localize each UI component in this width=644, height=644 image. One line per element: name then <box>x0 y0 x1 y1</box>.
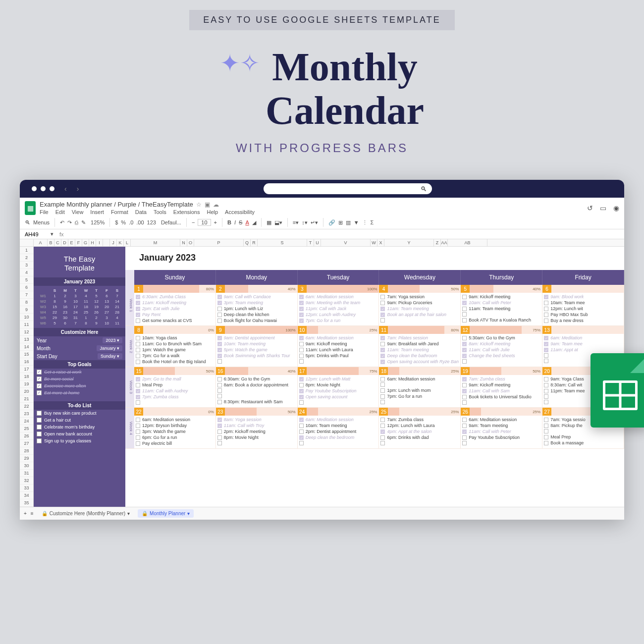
task-item[interactable]: 11am: Call with Peter <box>462 429 540 434</box>
task-checkbox[interactable] <box>380 377 385 381</box>
menu-help[interactable]: Help <box>207 209 218 215</box>
todo-item[interactable]: Get a hair cut <box>34 417 125 424</box>
task-checkbox[interactable] <box>380 429 385 434</box>
task-checkbox[interactable] <box>299 429 304 434</box>
todo-item[interactable]: Celebrate mom's birthday <box>34 424 125 430</box>
day-cell[interactable]: 2625%6am: Meditation session9am: Team me… <box>461 408 542 448</box>
day-cell[interactable]: 1825%6am: Meditation session1pm: Lunch w… <box>379 367 461 407</box>
task-item[interactable]: Book an appt at the hair salon <box>380 312 459 318</box>
task-checkbox[interactable] <box>136 301 140 305</box>
menu-view[interactable]: View <box>72 209 84 215</box>
task-checkbox[interactable] <box>217 307 222 311</box>
task-checkbox[interactable] <box>462 429 467 434</box>
task-checkbox[interactable] <box>136 360 140 364</box>
task-item[interactable]: 11am: Team meeting <box>380 347 459 353</box>
task-checkbox[interactable] <box>462 389 467 393</box>
task-item[interactable]: 6pm: Drinks with dad <box>380 434 459 440</box>
task-checkbox[interactable] <box>380 360 385 364</box>
task-item[interactable]: 9am: Team mee <box>544 341 622 347</box>
task-item[interactable]: 7am: Pilates session <box>380 335 459 341</box>
task-item[interactable]: 9am: Kickoff meeting <box>462 294 540 300</box>
task-item[interactable]: 6am: Meditation session <box>299 335 377 341</box>
task-item[interactable]: 7pm: Go for a run <box>380 393 459 399</box>
task-item[interactable]: 6am: Meditation session <box>462 417 540 423</box>
task-item[interactable]: Deep clean the bedroom <box>299 434 377 440</box>
task-checkbox[interactable] <box>544 418 548 422</box>
task-checkbox[interactable] <box>380 307 385 311</box>
valign-icon[interactable]: ↕▾ <box>302 219 308 226</box>
task-checkbox[interactable] <box>462 395 467 399</box>
comment-icon[interactable]: ▭ <box>600 204 606 212</box>
task-item[interactable]: 3pm: Team meeting <box>217 300 296 306</box>
day-cell[interactable]: 450%7am: Yoga session9am: Pickup Groceri… <box>379 285 461 325</box>
day-cell[interactable]: 1640%6:30am: Go to the Gym8am: Book a do… <box>216 367 298 407</box>
task-checkbox[interactable] <box>380 295 385 299</box>
task-item[interactable]: 8am: Kickoff meeting <box>462 341 540 347</box>
task-checkbox[interactable] <box>299 313 304 317</box>
task-item[interactable]: 8pm: Movie Night <box>217 434 296 440</box>
task-item[interactable]: 10am: Call with Peter <box>462 300 540 306</box>
task-item[interactable]: 11am: Call with Troy <box>217 423 296 429</box>
task-item[interactable]: Open saving account <box>299 394 377 400</box>
day-cell[interactable]: 1275%5:30am: Go to the Gym8am: Kickoff m… <box>461 326 542 367</box>
task-checkbox[interactable] <box>380 418 385 422</box>
task-checkbox[interactable] <box>217 319 222 323</box>
day-cell[interactable]: 240%9am: Call with Candace3pm: Team meet… <box>216 285 298 325</box>
day-cell[interactable]: 1775%12pm: Lunch with Matt8pm: Movie Nig… <box>298 367 379 407</box>
task-item[interactable]: Book flight for Oahu Hawai <box>217 318 296 323</box>
task-checkbox[interactable] <box>462 342 467 346</box>
task-item[interactable]: 12pm: Lunch with Laura <box>380 423 459 429</box>
task-item[interactable]: 8:30pm: Restaurant with Sam <box>217 399 296 405</box>
task-checkbox[interactable] <box>544 342 548 346</box>
task-item[interactable]: Pay HBO Max Sub <box>544 312 622 318</box>
task-checkbox[interactable] <box>136 441 140 446</box>
task-checkbox[interactable] <box>462 348 467 352</box>
task-item[interactable]: 6pm: Go for a run <box>136 434 214 440</box>
cell-ref-input[interactable] <box>25 231 45 237</box>
nav-fwd-icon[interactable]: › <box>77 185 79 193</box>
task-item[interactable]: 11am: Lunch with Laura <box>299 347 377 353</box>
task-checkbox[interactable] <box>136 395 140 399</box>
task-item[interactable]: 12pm: Bryson birthday <box>136 423 214 429</box>
task-item[interactable]: Deep clean the bathroom <box>380 353 459 359</box>
task-checkbox[interactable] <box>136 435 140 440</box>
task-item[interactable]: 4pm: Appt at the salon <box>380 429 459 434</box>
task-item[interactable]: 9am: Breakfast with Jared <box>380 341 459 347</box>
task-checkbox[interactable] <box>544 319 548 323</box>
goal-item[interactable]: Excercice more often <box>34 382 125 389</box>
task-item[interactable]: 6:30am: Go to the Gym <box>217 376 296 382</box>
task-item[interactable]: 10am: Team meeting <box>299 423 377 429</box>
task-checkbox[interactable] <box>299 418 304 422</box>
task-checkbox[interactable] <box>299 336 304 340</box>
task-checkbox[interactable] <box>299 424 304 428</box>
task-item[interactable]: 7pm: Go for a run <box>299 318 377 323</box>
task-item[interactable]: 6am: Meditation <box>544 335 622 341</box>
task-item[interactable]: 7am: Zumba class <box>462 376 540 382</box>
task-checkbox[interactable] <box>380 336 385 340</box>
customize-row[interactable]: Year2023 ▾ <box>34 336 125 344</box>
task-checkbox[interactable] <box>299 348 304 352</box>
task-checkbox[interactable] <box>380 394 385 399</box>
fill-icon[interactable]: ◢ <box>252 219 256 226</box>
url-bar[interactable]: 🔍︎ <box>264 183 432 194</box>
task-item[interactable]: 7am: Yoga session <box>380 294 459 300</box>
task-item[interactable]: 11am: Call with Audrey <box>136 388 214 394</box>
task-checkbox[interactable] <box>380 348 385 352</box>
task-item[interactable]: Book ATV Tour a Kualoa Ranch <box>462 317 540 323</box>
task-item[interactable]: Pay electric bill <box>136 440 214 446</box>
task-item[interactable]: Get some snacks at CVS <box>136 318 214 323</box>
task-checkbox[interactable] <box>299 435 304 440</box>
add-sheet-icon[interactable]: + <box>24 511 27 516</box>
task-checkbox[interactable] <box>462 424 467 428</box>
task-item[interactable]: 6:30am: Zumba Class <box>136 294 214 300</box>
print-icon[interactable]: ⎙ <box>75 219 78 225</box>
task-item[interactable]: 7pm: Go for a walk <box>136 353 214 359</box>
task-item[interactable]: Book a massage <box>544 440 622 446</box>
search-menu-icon[interactable]: 🔍︎ <box>25 219 30 225</box>
task-checkbox[interactable] <box>544 389 548 393</box>
task-checkbox[interactable] <box>462 318 467 322</box>
task-checkbox[interactable] <box>136 313 140 317</box>
sigma-icon[interactable]: Σ <box>371 219 374 225</box>
task-item[interactable]: 6am: Meditation session <box>299 294 377 300</box>
task-checkbox[interactable] <box>544 301 548 305</box>
